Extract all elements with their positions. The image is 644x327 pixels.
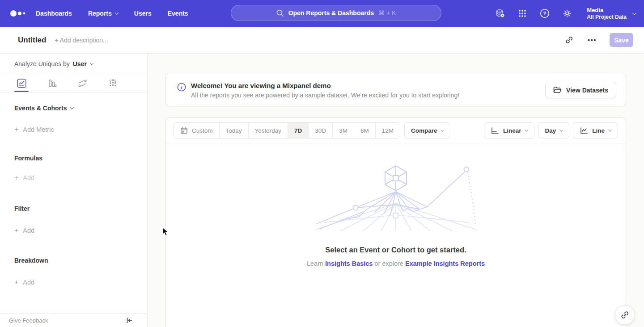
apps-grid-icon[interactable] — [517, 8, 528, 19]
add-metric-button[interactable]: + Add Metric — [14, 126, 133, 134]
plus-icon: + — [14, 226, 18, 235]
events-cohorts-title: Events & Cohorts — [14, 105, 67, 112]
svg-text:i: i — [181, 84, 182, 90]
search-icon — [276, 9, 284, 17]
date-range-7d-label: 7D — [294, 127, 302, 134]
report-card: Custom Today Yesterday 7D 30D 3M 6M 12M … — [165, 117, 626, 327]
search-placeholder: Open Reports & Dashboards — [288, 9, 374, 17]
date-range-30d-label: 30D — [315, 127, 326, 134]
nav-users[interactable]: Users — [134, 10, 152, 17]
chevron-down-icon — [559, 128, 563, 131]
main-content: i Welcome! You are viewing a Mixpanel de… — [148, 54, 644, 327]
date-range-yesterday[interactable]: Yesterday — [249, 123, 288, 138]
chart-type-tabs — [0, 74, 147, 92]
compare-dropdown[interactable]: Compare — [404, 122, 451, 138]
copy-link-icon[interactable] — [563, 34, 575, 46]
global-search-input[interactable]: Open Reports & Dashboards ⌘ + K — [231, 5, 441, 21]
project-name: Media — [587, 6, 627, 14]
sidebar-footer: Give Feedback — [0, 313, 147, 327]
insights-basics-link[interactable]: Insights Basics — [325, 260, 373, 267]
nav-menu: Dashboards Reports Users Events — [36, 10, 188, 17]
project-scope: All Project Data — [587, 14, 627, 21]
chevron-down-icon — [525, 128, 528, 131]
tab-bar-chart[interactable] — [42, 74, 62, 92]
date-range-30d[interactable]: 30D — [309, 123, 333, 138]
calendar-icon — [180, 127, 188, 134]
tab-flow-chart[interactable] — [72, 74, 92, 92]
line-chart-icon — [580, 127, 588, 134]
interval-dropdown[interactable]: Day — [538, 122, 569, 138]
link-icon — [620, 310, 629, 319]
add-formula-button[interactable]: + Add — [14, 174, 133, 182]
events-cohorts-header[interactable]: Events & Cohorts — [14, 105, 133, 112]
mixpanel-logo-icon[interactable] — [10, 10, 30, 17]
compare-label: Compare — [411, 127, 437, 134]
more-options-icon[interactable]: ••• — [586, 34, 598, 46]
add-filter-button[interactable]: + Add — [14, 226, 133, 235]
banner-subtitle: All the reports you see are powered by a… — [191, 90, 459, 100]
report-header: Untitled + Add description... ••• Save — [0, 27, 644, 54]
add-filter-label: Add — [23, 227, 34, 234]
empty-state-illustration — [313, 164, 479, 231]
breakdown-title: Breakdown — [14, 257, 48, 264]
plus-icon: + — [14, 126, 18, 134]
date-range-today-label: Today — [226, 127, 242, 134]
or-explore-text: or explore — [374, 260, 403, 267]
analyze-label: Analyze Uniques by — [14, 60, 70, 67]
tab-line-chart[interactable] — [12, 74, 31, 92]
chart-type-dropdown[interactable]: Line — [573, 122, 618, 138]
learn-prefix: Learn — [307, 260, 323, 267]
breakdown-header: Breakdown — [14, 257, 133, 264]
section-events-cohorts: Events & Cohorts + Add Metric — [0, 105, 147, 134]
view-datasets-label: View Datasets — [566, 87, 608, 94]
date-range-12m-label: 12M — [382, 127, 394, 134]
analyze-row: Analyze Uniques by User — [0, 54, 147, 74]
data-management-icon[interactable] — [495, 8, 505, 19]
analyze-by-dropdown[interactable]: User — [73, 60, 93, 67]
interval-label: Day — [545, 127, 556, 134]
plus-icon: + — [14, 174, 18, 182]
filter-title: Filter — [14, 205, 30, 212]
nav-reports[interactable]: Reports — [88, 10, 118, 17]
view-datasets-button[interactable]: View Datasets — [545, 82, 616, 98]
logo-dots — [10, 10, 28, 17]
report-actions: ••• Save — [563, 33, 633, 47]
date-range-3m-label: 3M — [339, 127, 347, 134]
banner-title: Welcome! You are viewing a Mixpanel demo — [191, 81, 459, 90]
chevron-down-icon — [115, 11, 119, 14]
scale-label: Linear — [503, 127, 521, 134]
add-metric-label: Add Metric — [23, 126, 54, 133]
nav-events[interactable]: Events — [168, 10, 188, 17]
collapse-sidebar-icon[interactable] — [126, 317, 133, 324]
chevron-down-icon — [70, 105, 74, 109]
top-nav: Dashboards Reports Users Events Open Rep… — [0, 0, 644, 27]
folder-icon — [553, 86, 562, 94]
project-switcher[interactable]: Media All Project Data — [587, 6, 636, 21]
report-title[interactable]: Untitled — [18, 36, 46, 45]
nav-dashboards[interactable]: Dashboards — [36, 10, 72, 17]
nav-events-label: Events — [168, 10, 188, 17]
date-range-12m[interactable]: 12M — [376, 123, 400, 138]
settings-gear-icon[interactable] — [562, 8, 572, 19]
give-feedback-link[interactable]: Give Feedback — [9, 317, 48, 324]
save-button[interactable]: Save — [610, 33, 633, 47]
date-range-6m[interactable]: 6M — [354, 123, 376, 138]
add-breakdown-button[interactable]: + Add — [14, 278, 133, 286]
chevron-down-icon — [632, 11, 637, 15]
tab-scatter[interactable] — [103, 74, 123, 92]
chart-display-controls: Linear Day Line — [484, 122, 618, 138]
chevron-down-icon — [608, 128, 612, 131]
empty-state: Select an Event or Cohort to get started… — [166, 143, 626, 267]
date-range-custom[interactable]: Custom — [174, 123, 220, 138]
svg-text:?: ? — [543, 11, 547, 16]
banner-text: Welcome! You are viewing a Mixpanel demo… — [191, 81, 459, 100]
add-description-field[interactable]: + Add description... — [55, 37, 108, 44]
scale-dropdown[interactable]: Linear — [484, 122, 535, 138]
date-range-today[interactable]: Today — [220, 123, 249, 138]
date-range-3m[interactable]: 3M — [333, 123, 354, 138]
copy-url-fab[interactable] — [615, 305, 635, 325]
example-insights-reports-link[interactable]: Example Insights Reports — [405, 260, 485, 267]
date-range-7d[interactable]: 7D — [288, 123, 309, 138]
help-icon[interactable]: ? — [539, 8, 550, 19]
linear-axis-icon — [491, 127, 499, 134]
